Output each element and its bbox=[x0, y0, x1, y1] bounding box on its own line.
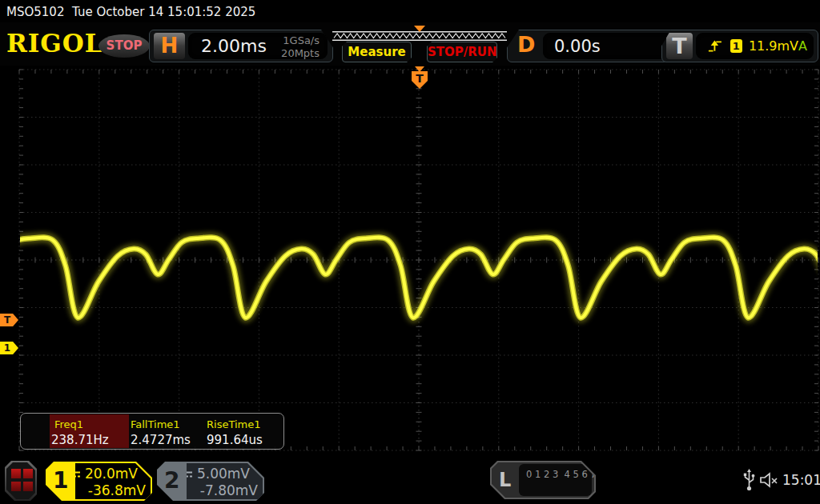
channel1-number: 1 bbox=[53, 467, 68, 494]
digital-channels-button[interactable]: L 0 1 2 3 4 5 6 7 8 9 1011 12131415 bbox=[490, 461, 596, 499]
channel2-scale: 5.00mV bbox=[197, 466, 250, 482]
delay-value: 0.00s bbox=[554, 37, 601, 56]
grid-icon bbox=[6, 462, 35, 499]
delay-d-icon: D bbox=[517, 32, 535, 57]
usb-icon bbox=[743, 469, 755, 491]
preview-trigger-position-icon[interactable] bbox=[414, 26, 425, 32]
stop-run-button[interactable]: STOP/RUN bbox=[427, 42, 497, 62]
digital-l-icon: L bbox=[499, 469, 511, 491]
coupling-dc-icon bbox=[69, 470, 81, 478]
channel1-button[interactable]: 1 20.0mV -36.8mV bbox=[46, 462, 152, 501]
trigger-level-value: 11.9mV bbox=[749, 38, 798, 54]
channel1-scale: 20.0mV bbox=[85, 466, 138, 482]
trigger-inset: 1 11.9mV A bbox=[696, 33, 814, 59]
acquisition-info: 1GSa/s 20Mpts bbox=[281, 34, 320, 59]
measurement-value-falltime1: 2.4727ms bbox=[131, 433, 191, 447]
clock: 15:01 bbox=[782, 472, 820, 488]
horizontal-panel[interactable]: H 2.00ms 1GSa/s 20Mpts bbox=[149, 30, 333, 62]
menu-grid-button[interactable] bbox=[5, 461, 37, 501]
datetime-label: Tue October 14 15:01:52 2025 bbox=[72, 5, 255, 19]
measure-button[interactable]: Measure bbox=[342, 42, 412, 62]
measurement-value-risetime1: 991.64us bbox=[207, 433, 263, 447]
digital-row1: 0 1 2 3 4 5 6 7 bbox=[526, 469, 597, 480]
measurement-value-freq1: 238.71Hz bbox=[51, 433, 109, 447]
digital-channel-list: 0 1 2 3 4 5 6 7 8 9 1011 12131415 bbox=[519, 464, 592, 496]
horizontal-h-icon: H bbox=[154, 33, 185, 59]
header-bar: RIGOL STOP H 2.00ms 1GSa/s 20Mpts Measur… bbox=[0, 22, 820, 66]
channel1-offset: -36.8mV bbox=[69, 482, 146, 499]
channel1-info: 20.0mV -36.8mV bbox=[75, 463, 151, 499]
channel2-offset: -7.80mV bbox=[181, 482, 258, 499]
rigol-logo: RIGOL bbox=[6, 29, 103, 58]
model-name: MSO5102 bbox=[6, 5, 64, 19]
channel2-number: 2 bbox=[164, 467, 179, 494]
sample-rate: 1GSa/s bbox=[281, 34, 320, 47]
mute-speaker-icon bbox=[759, 471, 781, 489]
horizontal-inset: 2.00ms 1GSa/s 20Mpts bbox=[188, 33, 328, 59]
measurement-label-falltime1[interactable]: FallTime1 bbox=[131, 418, 180, 430]
channel2-button[interactable]: 2 5.00mV -7.80mV bbox=[157, 462, 264, 501]
trigger-slope-icon bbox=[707, 39, 722, 54]
memory-preview-strip[interactable] bbox=[332, 31, 507, 41]
measurement-label-risetime1[interactable]: RiseTime1 bbox=[207, 418, 261, 430]
trigger-position-tick-icon[interactable] bbox=[415, 66, 424, 72]
timebase-value: 2.00ms bbox=[201, 36, 267, 56]
trigger-panel[interactable]: T 1 11.9mV A bbox=[661, 30, 818, 62]
channel2-info: 5.00mV -7.80mV bbox=[187, 463, 263, 499]
trigger-t-icon: T bbox=[666, 33, 693, 59]
digital-inner: L 0 1 2 3 4 5 6 7 8 9 1011 12131415 bbox=[492, 462, 594, 498]
measurement-label-freq1[interactable]: Freq1 bbox=[54, 418, 83, 430]
title-bar: MSO5102 Tue October 14 15:01:52 2025 bbox=[0, 0, 820, 22]
memory-depth: 20Mpts bbox=[281, 47, 320, 60]
trigger-source-badge: 1 bbox=[730, 39, 742, 53]
measurement-panel[interactable]: Freq1 238.71Hz FallTime1 2.4727ms RiseTi… bbox=[20, 413, 284, 450]
coupling-dc-icon bbox=[181, 470, 193, 478]
trigger-mode-indicator: A bbox=[798, 38, 807, 54]
run-state-badge: STOP bbox=[98, 34, 150, 58]
